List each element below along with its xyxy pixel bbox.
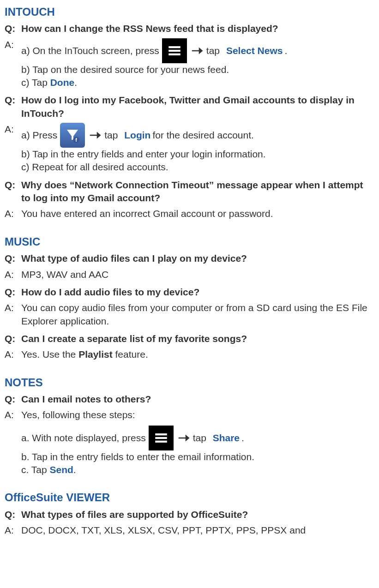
question-text: Can I email notes to others? xyxy=(21,393,374,406)
qa-row: A: a) Press f tap Login for the desired … xyxy=(5,123,374,174)
step-text: tap xyxy=(104,129,118,142)
question-text: How do I add audio files to my device? xyxy=(21,286,374,299)
question-text: What type of audio files can I play on m… xyxy=(21,252,374,265)
qa-row: A: Yes, following these steps: a. With n… xyxy=(5,408,374,476)
answer-text: DOC, DOCX, TXT, XLS, XLSX, CSV, PPT, PPT… xyxy=(21,524,374,537)
qa-row: A: DOC, DOCX, TXT, XLS, XLSX, CSV, PPT, … xyxy=(5,524,374,537)
answer-part: feature. xyxy=(113,349,148,360)
menu-icon xyxy=(149,426,174,450)
link-select-news: Select News xyxy=(226,44,283,57)
q-label: Q: xyxy=(5,508,21,521)
step-text: a) On the InTouch screen, press xyxy=(21,44,159,57)
step-text: Yes, following these steps: xyxy=(21,408,374,421)
a-label: A: xyxy=(5,301,21,314)
a-label: A: xyxy=(5,408,21,421)
qa-row: Q: Why does “Network Connection Timeout”… xyxy=(5,179,374,205)
q-label: Q: xyxy=(5,393,21,406)
step-text: . xyxy=(74,77,77,88)
qa-row: Q: Can I create a separate list of my fa… xyxy=(5,332,374,345)
qa-row: A: You have entered an incorrect Gmail a… xyxy=(5,207,374,220)
step-text: b) Tap on the desired source for your ne… xyxy=(21,63,374,76)
a-label: A: xyxy=(5,268,21,281)
step-text: c) Repeat for all desired accounts. xyxy=(21,161,374,174)
qa-row: A: You can copy audio files from your co… xyxy=(5,301,374,328)
step-text: a. With note displayed, press xyxy=(21,432,146,444)
question-text: How can I change the RSS News feed that … xyxy=(21,22,374,35)
bold-playlist: Playlist xyxy=(78,349,113,360)
svg-text:f: f xyxy=(75,137,77,143)
a-label: A: xyxy=(5,38,21,51)
answer-text: You can copy audio files from your compu… xyxy=(21,301,374,328)
step-text: . xyxy=(284,44,287,57)
a-label: A: xyxy=(5,524,21,537)
step-text: . xyxy=(241,432,244,444)
section-title-notes: NOTES xyxy=(5,375,374,390)
menu-icon xyxy=(162,38,187,63)
question-text: Can I create a separate list of my favor… xyxy=(21,332,374,345)
q-label: Q: xyxy=(5,252,21,265)
svg-rect-5 xyxy=(155,433,167,435)
a-label: A: xyxy=(5,207,21,220)
step-text: tap xyxy=(193,432,206,444)
facebook-funnel-icon: f xyxy=(60,123,85,148)
qa-row: Q: How can I change the RSS News feed th… xyxy=(5,22,374,35)
step-text: c. Tap xyxy=(21,464,49,475)
answer-text: a) On the InTouch screen, press tap Sele… xyxy=(21,38,374,90)
arrow-right-icon xyxy=(190,43,205,58)
q-label: Q: xyxy=(5,22,21,35)
qa-row: Q: What types of files are supported by … xyxy=(5,508,374,521)
svg-rect-6 xyxy=(155,437,167,439)
link-login: Login xyxy=(124,129,150,142)
qa-row: A: a) On the InTouch screen, press tap S… xyxy=(5,38,374,90)
answer-text: Yes, following these steps: a. With note… xyxy=(21,408,374,476)
step-text: . xyxy=(73,464,76,475)
qa-row: A: MP3, WAV and AAC xyxy=(5,268,374,281)
section-title-office: OfficeSuite VIEWER xyxy=(5,490,374,505)
section-title-music: MUSIC xyxy=(5,234,374,249)
answer-part: Yes. Use the xyxy=(21,349,78,360)
step-text: b. Tap in the entry fields to enter the … xyxy=(21,450,374,463)
svg-rect-0 xyxy=(168,46,180,48)
link-send: Send xyxy=(49,464,73,475)
answer-text: a) Press f tap Login for the desired acc… xyxy=(21,123,374,174)
step-text: a) Press xyxy=(21,129,57,142)
q-label: Q: xyxy=(5,332,21,345)
section-title-intouch: INTOUCH xyxy=(5,5,374,19)
question-text: Why does “Network Connection Timeout” me… xyxy=(21,179,374,205)
step-text: b) Tap in the entry fields and enter you… xyxy=(21,148,374,161)
svg-rect-2 xyxy=(168,53,180,55)
arrow-right-icon xyxy=(176,431,191,445)
link-done: Done xyxy=(50,77,75,88)
q-label: Q: xyxy=(5,286,21,299)
qa-row: Q: How do I add audio files to my device… xyxy=(5,286,374,299)
step-text: c) Tap xyxy=(21,77,50,88)
link-share: Share xyxy=(213,432,240,444)
svg-rect-1 xyxy=(168,50,180,52)
answer-text: You have entered an incorrect Gmail acco… xyxy=(21,207,374,220)
arrow-right-icon xyxy=(88,128,102,143)
answer-text: Yes. Use the Playlist feature. xyxy=(21,348,374,361)
qa-row: Q: What type of audio files can I play o… xyxy=(5,252,374,265)
qa-row: Q: Can I email notes to others? xyxy=(5,393,374,406)
q-label: Q: xyxy=(5,179,21,192)
question-text: How do I log into my Facebook, Twitter a… xyxy=(21,94,374,120)
answer-text: MP3, WAV and AAC xyxy=(21,268,374,281)
a-label: A: xyxy=(5,123,21,136)
step-text: tap xyxy=(206,44,220,57)
qa-row: A: Yes. Use the Playlist feature. xyxy=(5,348,374,361)
q-label: Q: xyxy=(5,94,21,107)
svg-rect-7 xyxy=(155,440,167,442)
qa-row: Q: How do I log into my Facebook, Twitte… xyxy=(5,94,374,120)
question-text: What types of files are supported by Off… xyxy=(21,508,374,521)
step-text: for the desired account. xyxy=(152,129,253,142)
a-label: A: xyxy=(5,348,21,361)
